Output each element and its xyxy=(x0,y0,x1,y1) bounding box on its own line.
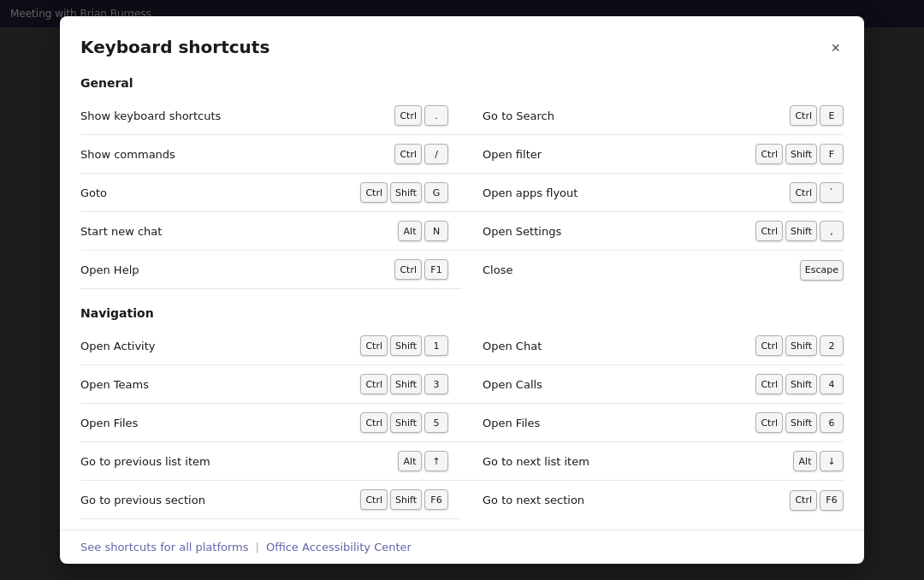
key-badge: 6 xyxy=(820,412,844,433)
shortcut-row: Open ActivityCtrlShift1 xyxy=(80,327,462,365)
shortcut-row: Open apps flyoutCtrl` xyxy=(462,174,844,212)
shortcut-keys: CtrlShiftG xyxy=(360,182,448,203)
shortcut-label: Start new chat xyxy=(80,225,398,238)
key-badge: Ctrl xyxy=(755,412,783,433)
key-badge: Shift xyxy=(390,489,422,510)
key-badge: Ctrl xyxy=(360,489,388,510)
shortcut-label: Open Calls xyxy=(483,378,755,391)
shortcut-row: Open ChatCtrlShift2 xyxy=(462,327,844,365)
shortcut-label: Goto xyxy=(80,186,360,199)
shortcut-keys: Ctrl/ xyxy=(394,144,448,164)
key-badge: Shift xyxy=(785,335,817,356)
shortcut-keys: Alt↓ xyxy=(793,451,844,471)
accessibility-center-link[interactable]: Office Accessibility Center xyxy=(266,541,412,553)
shortcut-keys: AltN xyxy=(398,221,448,241)
shortcut-row: Open HelpCtrlF1 xyxy=(80,251,462,289)
shortcut-label: Show keyboard shortcuts xyxy=(80,109,394,122)
keyboard-shortcuts-modal: Keyboard shortcuts × GeneralShow keyboar… xyxy=(60,16,864,564)
shortcut-label: Open apps flyout xyxy=(483,186,790,199)
key-badge: G xyxy=(424,182,448,203)
footer-divider: | xyxy=(256,541,259,553)
shortcut-row: GotoCtrlShiftG xyxy=(80,174,462,212)
shortcut-keys: Alt↑ xyxy=(398,451,448,471)
shortcut-label: Open Teams xyxy=(80,378,360,391)
key-badge: Shift xyxy=(785,144,817,164)
key-badge: Ctrl xyxy=(755,335,783,356)
shortcut-row: Go to next sectionCtrlF6 xyxy=(462,481,844,519)
key-badge: Shift xyxy=(390,182,422,203)
key-badge: Shift xyxy=(390,335,422,356)
shortcut-keys: CtrlShiftF xyxy=(755,144,844,164)
key-badge: Alt xyxy=(793,451,817,471)
shortcut-keys: CtrlShift, xyxy=(755,221,844,241)
see-shortcuts-link[interactable]: See shortcuts for all platforms xyxy=(80,541,249,553)
modal-title: Keyboard shortcuts xyxy=(80,37,270,57)
shortcut-keys: CtrlShift1 xyxy=(360,335,448,356)
shortcut-label: Open Chat xyxy=(483,340,755,352)
key-badge: Ctrl xyxy=(755,374,783,394)
shortcut-row: Open TeamsCtrlShift3 xyxy=(80,365,462,404)
key-badge: Ctrl xyxy=(790,105,817,126)
key-badge: Alt xyxy=(398,221,422,241)
shortcut-row: Open FilesCtrlShift6 xyxy=(462,404,844,442)
shortcut-keys: Ctrl. xyxy=(394,105,448,126)
shortcut-label: Show commands xyxy=(80,148,394,161)
key-badge: 3 xyxy=(424,374,448,394)
key-badge: Ctrl xyxy=(790,490,817,511)
shortcut-row: CloseEscape xyxy=(462,251,844,289)
shortcut-label: Close xyxy=(483,263,800,276)
key-badge: F xyxy=(820,144,844,164)
shortcut-label: Go to previous list item xyxy=(80,455,398,468)
key-badge: Shift xyxy=(390,374,422,394)
shortcut-row: Go to previous sectionCtrlShiftF6 xyxy=(80,481,462,519)
shortcut-keys: CtrlShiftF6 xyxy=(360,489,448,510)
key-badge: / xyxy=(424,144,448,164)
close-button[interactable]: × xyxy=(827,37,844,59)
shortcut-keys: CtrlShift2 xyxy=(755,335,844,356)
key-badge: Ctrl xyxy=(394,144,422,164)
shortcuts-grid-navigation: Open ActivityCtrlShift1Open ChatCtrlShif… xyxy=(80,327,844,519)
shortcut-row: Show commandsCtrl/ xyxy=(80,135,462,174)
shortcuts-grid-general: Show keyboard shortcutsCtrl.Go to Search… xyxy=(80,97,844,289)
key-badge: ` xyxy=(820,182,844,203)
key-badge: Ctrl xyxy=(360,374,388,394)
shortcut-keys: CtrlE xyxy=(790,105,844,126)
shortcut-label: Go to previous section xyxy=(80,494,360,506)
modal-body: GeneralShow keyboard shortcutsCtrl.Go to… xyxy=(60,59,864,530)
key-badge: Ctrl xyxy=(360,412,388,433)
key-badge: , xyxy=(820,221,844,241)
shortcut-keys: CtrlShift3 xyxy=(360,374,448,394)
shortcut-label: Open Activity xyxy=(80,340,360,352)
shortcut-row: Open filterCtrlShiftF xyxy=(462,135,844,174)
key-badge: Escape xyxy=(800,260,844,281)
shortcut-label: Open filter xyxy=(483,148,755,161)
key-badge: Ctrl xyxy=(755,144,783,164)
shortcut-label: Go to next list item xyxy=(483,455,793,468)
shortcut-keys: CtrlShift6 xyxy=(755,412,844,433)
key-badge: Shift xyxy=(390,412,422,433)
key-badge: Ctrl xyxy=(790,182,817,203)
shortcut-keys: Ctrl` xyxy=(790,182,844,203)
key-badge: ↓ xyxy=(820,451,844,471)
key-badge: Ctrl xyxy=(360,182,388,203)
key-badge: Ctrl xyxy=(755,221,783,241)
key-badge: N xyxy=(424,221,448,241)
key-badge: ↑ xyxy=(424,451,448,471)
shortcut-label: Open Files xyxy=(80,417,360,429)
key-badge: 4 xyxy=(820,374,844,394)
shortcut-label: Open Settings xyxy=(483,225,755,238)
key-badge: Shift xyxy=(785,374,817,394)
key-badge: Ctrl xyxy=(360,335,388,356)
modal-footer: See shortcuts for all platforms | Office… xyxy=(60,530,864,564)
key-badge: Alt xyxy=(398,451,422,471)
key-badge: 5 xyxy=(424,412,448,433)
key-badge: Shift xyxy=(785,412,817,433)
shortcut-row: Go to next list itemAlt↓ xyxy=(462,442,844,481)
shortcut-row: Show keyboard shortcutsCtrl. xyxy=(80,97,462,135)
key-badge: . xyxy=(424,105,448,126)
shortcut-keys: CtrlF6 xyxy=(790,490,844,511)
shortcut-label: Open Help xyxy=(80,263,394,276)
shortcut-keys: Escape xyxy=(800,260,844,281)
key-badge: 1 xyxy=(424,335,448,356)
shortcut-keys: CtrlShift4 xyxy=(755,374,844,394)
